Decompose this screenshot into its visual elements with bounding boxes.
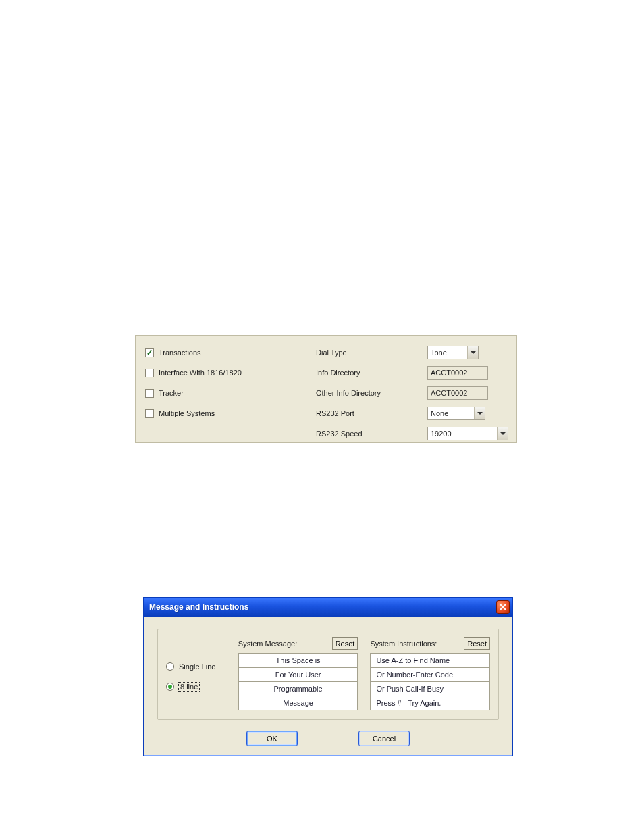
rs232-port-select[interactable]: None xyxy=(427,407,485,420)
radio-label: 8 line xyxy=(179,683,199,691)
dialog-body: Single Line 8 line System Message: Reset xyxy=(144,617,512,756)
system-message-line-1[interactable] xyxy=(238,653,358,668)
select-value: Tone xyxy=(431,348,447,357)
checkbox-tracker[interactable]: Tracker xyxy=(145,383,296,403)
radio-label: Single Line xyxy=(179,662,215,671)
checkbox-multiple-systems[interactable]: Multiple Systems xyxy=(145,403,296,423)
system-message-header: System Message: xyxy=(238,640,297,648)
field-label: RS232 Port xyxy=(316,409,427,417)
chevron-down-icon xyxy=(497,427,508,440)
field-label: RS232 Speed xyxy=(316,429,427,438)
ok-button[interactable]: OK xyxy=(246,731,298,746)
system-instructions-column: System Instructions: Reset xyxy=(370,637,490,710)
checkbox-label: Interface With 1816/1820 xyxy=(159,369,242,377)
system-message-reset-button[interactable]: Reset xyxy=(332,637,358,650)
select-value: None xyxy=(431,409,448,417)
settings-field-column: Dial Type Tone Info Directory Other Info… xyxy=(306,336,516,442)
settings-panel: Transactions Interface With 1816/1820 Tr… xyxy=(135,335,517,443)
settings-checkbox-column: Transactions Interface With 1816/1820 Tr… xyxy=(136,336,306,442)
message-instructions-dialog: Message and Instructions Single Line 8 l… xyxy=(143,597,513,756)
field-info-directory: Info Directory xyxy=(316,363,508,383)
field-label: Dial Type xyxy=(316,348,427,357)
groupbox: Single Line 8 line System Message: Reset xyxy=(157,629,499,720)
system-message-line-2[interactable] xyxy=(238,667,358,682)
radio-icon xyxy=(166,662,174,671)
checkbox-transactions[interactable]: Transactions xyxy=(145,342,296,363)
field-other-info-directory: Other Info Directory xyxy=(316,383,508,403)
dialog-titlebar: Message and Instructions xyxy=(144,598,512,617)
chevron-down-icon xyxy=(467,346,478,359)
system-message-line-3[interactable] xyxy=(238,681,358,696)
radio-column: Single Line 8 line xyxy=(166,637,226,710)
radio-8-line[interactable]: 8 line xyxy=(166,677,226,697)
checkbox-icon xyxy=(145,348,154,357)
other-info-directory-input[interactable] xyxy=(427,386,488,400)
checkbox-icon xyxy=(145,389,154,398)
cancel-button[interactable]: Cancel xyxy=(358,731,410,746)
field-rs232-port: RS232 Port None xyxy=(316,403,508,423)
system-instructions-line-4[interactable] xyxy=(370,696,490,710)
checkbox-interface-1816-1820[interactable]: Interface With 1816/1820 xyxy=(145,363,296,383)
chevron-down-icon xyxy=(474,407,485,419)
dialog-title: Message and Instructions xyxy=(149,602,248,612)
system-instructions-line-2[interactable] xyxy=(370,667,490,682)
system-instructions-header-row: System Instructions: Reset xyxy=(370,637,490,650)
field-dial-type: Dial Type Tone xyxy=(316,342,508,363)
checkbox-label: Tracker xyxy=(159,389,184,397)
field-label: Other Info Directory xyxy=(316,389,427,397)
field-rs232-speed: RS232 Speed 19200 xyxy=(316,423,508,444)
checkbox-label: Multiple Systems xyxy=(159,409,215,417)
system-instructions-line-1[interactable] xyxy=(370,653,490,668)
select-value: 19200 xyxy=(431,429,452,438)
close-icon xyxy=(500,604,506,610)
radio-single-line[interactable]: Single Line xyxy=(166,656,226,677)
close-button[interactable] xyxy=(496,600,510,614)
system-instructions-header: System Instructions: xyxy=(370,640,437,648)
field-label: Info Directory xyxy=(316,369,427,377)
dialog-button-row: OK Cancel xyxy=(157,731,499,746)
system-instructions-reset-button[interactable]: Reset xyxy=(464,637,490,650)
system-instructions-line-3[interactable] xyxy=(370,681,490,696)
system-message-line-4[interactable] xyxy=(238,696,358,710)
checkbox-label: Transactions xyxy=(159,348,201,357)
system-message-column: System Message: Reset xyxy=(238,637,358,710)
checkbox-icon xyxy=(145,409,154,418)
info-directory-input[interactable] xyxy=(427,366,488,380)
dial-type-select[interactable]: Tone xyxy=(427,346,479,359)
radio-icon xyxy=(166,683,174,691)
rs232-speed-select[interactable]: 19200 xyxy=(427,427,508,440)
system-message-header-row: System Message: Reset xyxy=(238,637,358,650)
checkbox-icon xyxy=(145,369,154,377)
